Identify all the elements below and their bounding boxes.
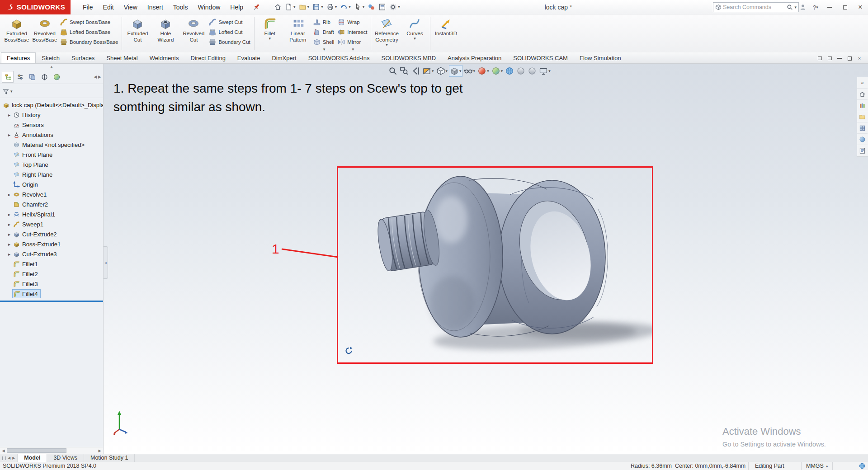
tab-dimxpert[interactable]: DimXpert: [266, 52, 302, 63]
tree-item-revolve1[interactable]: ▸ Revolve1: [0, 189, 103, 199]
tab-sheet-metal[interactable]: Sheet Metal: [100, 52, 143, 63]
extruded-boss-base-button[interactable]: ExtrudedBoss/Base: [3, 15, 31, 43]
tree-item-material[interactable]: Material <not specified>: [0, 140, 103, 150]
tree-item-right-plane[interactable]: Right Plane: [0, 169, 103, 179]
expand-arrow-icon[interactable]: ▸: [6, 222, 13, 227]
curves-button[interactable]: Curves ▾: [401, 15, 429, 41]
caret-down-icon[interactable]: ▾: [794, 5, 797, 9]
help-button[interactable]: ?▾: [810, 2, 821, 13]
zoom-to-fit-button[interactable]: [387, 65, 398, 77]
lofted-cut-button[interactable]: Lofted Cut: [208, 27, 252, 37]
edit-appearance-button[interactable]: ▾: [476, 65, 490, 77]
tab-flow-simulation[interactable]: Flow Simulation: [574, 52, 627, 63]
dimxpertmanager-tab[interactable]: [38, 71, 50, 83]
hide-show-items-button[interactable]: ▾: [463, 65, 476, 77]
tab-sketch[interactable]: Sketch: [36, 52, 66, 63]
view-orientation-button[interactable]: ▾: [435, 65, 449, 77]
displaymanager-tab[interactable]: [51, 71, 62, 83]
search-icon[interactable]: [787, 4, 793, 10]
tab-3d-views[interactable]: 3D Views: [47, 454, 84, 462]
doc-restore-button[interactable]: [846, 56, 853, 61]
menu-edit[interactable]: Edit: [98, 1, 119, 14]
tree-item-top-plane[interactable]: Top Plane: [0, 160, 103, 169]
open-button[interactable]: ▾: [297, 2, 311, 12]
configurationmanager-tab[interactable]: [26, 71, 38, 83]
linear-pattern-button[interactable]: LinearPattern: [284, 15, 312, 43]
section-view-button[interactable]: ▾: [421, 65, 435, 77]
perspective-button[interactable]: [527, 65, 538, 77]
tab-surfaces[interactable]: Surfaces: [66, 52, 100, 63]
caret-down-icon[interactable]: ▾: [312, 47, 337, 52]
caret-down-icon[interactable]: ▾: [10, 89, 13, 94]
close-button[interactable]: ×: [854, 1, 867, 14]
menu-window[interactable]: Window: [193, 1, 225, 14]
tab-features[interactable]: Features: [1, 52, 36, 63]
home-button[interactable]: [273, 2, 283, 12]
expand-arrow-icon[interactable]: ▸: [6, 232, 13, 237]
tree-item-fillet4[interactable]: Fillet4: [0, 289, 103, 299]
menu-help[interactable]: Help: [225, 1, 248, 14]
menu-file[interactable]: File: [78, 1, 98, 14]
appearances-scenes-tab[interactable]: [857, 134, 868, 145]
search-scope-icon[interactable]: [715, 4, 722, 10]
tab-model[interactable]: Model: [18, 454, 47, 462]
tree-item-chamfer2[interactable]: Chamfer2: [0, 199, 103, 209]
rollback-bar[interactable]: [0, 301, 103, 302]
doc-minimize-button[interactable]: [836, 56, 843, 61]
instant3d-button[interactable]: Instant3D: [432, 15, 460, 37]
filter-funnel-icon[interactable]: [2, 88, 9, 95]
mirror-button[interactable]: Mirror: [336, 37, 369, 47]
selection-filter-button[interactable]: [366, 2, 377, 12]
reference-geometry-button[interactable]: ReferenceGeometry ▾: [373, 15, 401, 47]
scroll-left-icon[interactable]: ◀: [94, 75, 97, 79]
menu-tools[interactable]: Tools: [168, 1, 193, 14]
custom-properties-tab[interactable]: [857, 145, 868, 156]
expand-arrow-icon[interactable]: ▸: [6, 192, 13, 197]
boundary-boss-base-button[interactable]: Boundary Boss/Base: [59, 37, 120, 47]
undo-button[interactable]: ▾: [339, 2, 352, 12]
tab-solidworks-cam[interactable]: SOLIDWORKS CAM: [507, 52, 574, 63]
scrollbar-track[interactable]: [7, 447, 96, 454]
design-library-tab[interactable]: [857, 100, 868, 111]
menu-view[interactable]: View: [119, 1, 142, 14]
apply-scene-button[interactable]: ▾: [491, 65, 504, 77]
expand-arrow-icon[interactable]: ▸: [6, 113, 13, 118]
expand-arrow-icon[interactable]: ▸: [6, 252, 13, 257]
solidworks-resources-tab[interactable]: [857, 89, 868, 100]
file-explorer-tab[interactable]: [857, 111, 868, 122]
tree-item-sweep1[interactable]: ▸ Sweep1: [0, 219, 103, 229]
user-account-button[interactable]: [797, 2, 808, 13]
scroll-right-icon[interactable]: ▶: [98, 75, 101, 79]
caret-down-icon[interactable]: ▾: [386, 43, 388, 47]
tab-motion-study-1[interactable]: Motion Study 1: [84, 454, 135, 462]
scrollbar-thumb[interactable]: [7, 448, 66, 453]
save-button[interactable]: ▾: [311, 2, 325, 12]
view-settings-button[interactable]: [504, 65, 515, 77]
tab-scroll-right-icon[interactable]: ▶: [12, 456, 15, 460]
tab-solidworks-mbd[interactable]: SOLIDWORKS MBD: [375, 52, 442, 63]
tree-item-fillet2[interactable]: Fillet2: [0, 269, 103, 279]
tab-analysis-preparation[interactable]: Analysis Preparation: [442, 52, 507, 63]
featuremanager-tab[interactable]: [2, 71, 14, 83]
tab-scroll-left-icon[interactable]: ◀: [8, 456, 10, 460]
swept-boss-base-button[interactable]: Swept Boss/Base: [59, 17, 120, 27]
lofted-boss-base-button[interactable]: Lofted Boss/Base: [59, 27, 120, 37]
tree-item-root[interactable]: lock cap (Default<<Default>_Display: [0, 100, 103, 110]
panel-collapse-icon[interactable]: ▴: [51, 64, 53, 69]
previous-view-button[interactable]: [410, 65, 421, 77]
doc-close-button[interactable]: ×: [856, 56, 863, 61]
menu-insert[interactable]: Insert: [142, 1, 168, 14]
select-button[interactable]: ▾: [353, 2, 366, 12]
tree-item-cut-extrude2[interactable]: ▸ Cut-Extrude2: [0, 229, 103, 239]
tree-item-front-plane[interactable]: Front Plane: [0, 150, 103, 160]
tree-item-sensors[interactable]: Sensors: [0, 120, 103, 130]
tab-evaluate[interactable]: Evaluate: [231, 52, 266, 63]
tab-splitter-grip[interactable]: [2, 456, 6, 460]
expand-arrow-icon[interactable]: ▸: [6, 132, 13, 137]
dock-pane-button[interactable]: [816, 56, 823, 61]
tree-item-origin[interactable]: Origin: [0, 179, 103, 189]
extruded-cut-button[interactable]: ExtrudedCut: [123, 15, 151, 43]
tree-item-cut-extrude3[interactable]: ▸ Cut-Extrude3: [0, 249, 103, 259]
rib-button[interactable]: Rib: [312, 17, 337, 27]
hole-wizard-button[interactable]: HoleWizard: [151, 15, 179, 43]
